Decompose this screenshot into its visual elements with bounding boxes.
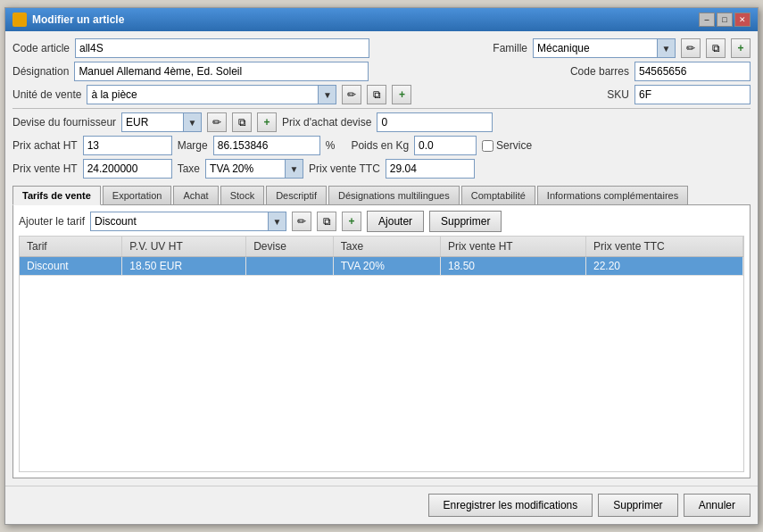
marge-label: Marge: [178, 139, 208, 152]
window-title: Modifier un article: [32, 13, 124, 26]
code-article-input[interactable]: [75, 38, 369, 58]
devise-label: Devise du fournisseur: [12, 116, 116, 129]
devise-select-container: EUR ▼: [121, 112, 202, 132]
code-barres-label: Code barres: [570, 65, 629, 78]
table-body: Discount 18.50 EUR TVA 20% 18.50 22.20: [20, 257, 743, 276]
famille-select[interactable]: Mécanique: [534, 39, 657, 57]
famille-add-icon[interactable]: +: [731, 38, 751, 58]
col-tarif: Tarif: [20, 237, 122, 257]
devise-add-icon[interactable]: +: [257, 112, 277, 132]
service-checkbox[interactable]: [482, 140, 493, 152]
prix-vente-ht-label: Prix vente HT: [12, 162, 78, 175]
footer: Enregistrer les modifications Supprimer …: [5, 486, 758, 524]
close-button[interactable]: ✕: [734, 12, 751, 27]
tab-comptabilite[interactable]: Comptabilité: [461, 186, 535, 204]
minimize-button[interactable]: –: [699, 12, 715, 27]
row-prix-achat: Prix achat HT Marge % Poids en Kg Servic…: [12, 136, 751, 155]
unite-add-icon[interactable]: +: [392, 85, 411, 104]
tab-achat[interactable]: Achat: [173, 186, 218, 204]
prix-achat-ht-input[interactable]: [83, 136, 172, 155]
tab-exportation[interactable]: Exportation: [103, 186, 172, 204]
taxe-select[interactable]: TVA 20%: [206, 160, 285, 178]
marge-input[interactable]: [213, 136, 320, 155]
prix-vente-ht-input[interactable]: [83, 159, 172, 179]
delete-button[interactable]: Supprimer: [598, 494, 677, 517]
table-row[interactable]: Discount 18.50 EUR TVA 20% 18.50 22.20: [20, 257, 743, 276]
unite-vente-select-container: à la pièce ▼: [87, 85, 336, 104]
taxe-arrow: ▼: [285, 160, 303, 178]
prix-achat-devise-label: Prix d'achat devise: [282, 116, 371, 129]
save-button[interactable]: Enregistrer les modifications: [428, 494, 593, 517]
poids-label: Poids en Kg: [351, 139, 409, 152]
famille-edit-icon[interactable]: ✏: [681, 38, 701, 58]
devise-select[interactable]: EUR: [122, 113, 183, 131]
titlebar-controls: – □ ✕: [699, 12, 751, 27]
cell-prix-vente-ht: 18.50: [440, 257, 585, 276]
taxe-label: Taxe: [178, 162, 200, 175]
code-barres-input[interactable]: [634, 62, 751, 81]
titlebar-title: Modifier un article: [12, 12, 124, 27]
service-label: Service: [496, 139, 532, 152]
famille-select-container: Mécanique ▼: [533, 38, 676, 58]
col-devise: Devise: [246, 237, 334, 257]
poids-input[interactable]: [414, 136, 477, 155]
famille-label: Famille: [493, 42, 527, 54]
designation-label: Désignation: [12, 65, 69, 78]
row-prix-vente: Prix vente HT Taxe TVA 20% ▼ Prix vente …: [12, 159, 751, 179]
prix-vente-ttc-input[interactable]: [386, 159, 475, 179]
prix-achat-ht-label: Prix achat HT: [12, 139, 78, 152]
unite-edit-icon[interactable]: ✏: [342, 85, 361, 104]
cancel-button[interactable]: Annuler: [684, 494, 751, 517]
titlebar: Modifier un article – □ ✕: [5, 8, 758, 31]
unite-vente-arrow: ▼: [318, 86, 336, 104]
tab-stock[interactable]: Stock: [220, 186, 265, 204]
tab-descriptif[interactable]: Descriptif: [266, 186, 327, 204]
col-taxe: Taxe: [333, 237, 440, 257]
designation-input[interactable]: [74, 62, 369, 81]
tabs-header: Tarifs de vente Exportation Achat Stock …: [12, 186, 751, 205]
cell-pv-uv-ht: 18.50 EUR: [122, 257, 246, 276]
tarif-toolbar: Ajouter le tarif Discount ▼ ✏ ⧉ + Ajoute…: [19, 211, 744, 232]
maximize-button[interactable]: □: [717, 12, 733, 27]
tab-tarifs[interactable]: Tarifs de vente: [12, 186, 101, 205]
tabs-container: Tarifs de vente Exportation Achat Stock …: [12, 186, 751, 478]
app-icon: [12, 12, 27, 27]
cell-tarif: Discount: [20, 257, 122, 276]
prix-vente-ttc-label: Prix vente TTC: [309, 162, 380, 175]
tarif-table-container: Tarif P.V. UV HT Devise Taxe Prix vente …: [19, 236, 744, 472]
col-prix-vente-ht: Prix vente HT: [440, 237, 585, 257]
prix-achat-devise-input[interactable]: [377, 112, 493, 132]
row-unite: Unité de vente à la pièce ▼ ✏ ⧉ + SKU: [12, 85, 751, 104]
tarif-copy-icon[interactable]: ⧉: [317, 212, 336, 231]
cell-taxe: TVA 20%: [333, 257, 440, 276]
tarif-select-container: Discount ▼: [90, 212, 286, 231]
tab-designations[interactable]: Désignations multilingues: [328, 186, 460, 204]
row-designation: Désignation Code barres: [12, 62, 751, 81]
col-pv-uv-ht: P.V. UV HT: [122, 237, 246, 257]
tarif-select[interactable]: Discount: [91, 212, 268, 230]
col-prix-vente-ttc: Prix vente TTC: [585, 237, 742, 257]
devise-arrow: ▼: [183, 113, 201, 131]
tarif-add-icon[interactable]: +: [342, 212, 361, 231]
tab-content-tarifs: Ajouter le tarif Discount ▼ ✏ ⧉ + Ajoute…: [12, 205, 751, 478]
table-header: Tarif P.V. UV HT Devise Taxe Prix vente …: [20, 237, 743, 257]
row-code-famille: Code article Famille Mécanique ▼ ✏ ⧉ +: [12, 38, 751, 58]
unite-vente-select[interactable]: à la pièce: [87, 86, 318, 104]
taxe-select-container: TVA 20% ▼: [205, 159, 303, 179]
tarif-table: Tarif P.V. UV HT Devise Taxe Prix vente …: [20, 237, 743, 276]
code-article-label: Code article: [12, 42, 70, 54]
famille-copy-icon[interactable]: ⧉: [706, 38, 726, 58]
ajouter-button[interactable]: Ajouter: [367, 211, 424, 232]
form-content: Code article Famille Mécanique ▼ ✏ ⧉ + D…: [5, 31, 758, 486]
sku-input[interactable]: [634, 85, 751, 104]
devise-edit-icon[interactable]: ✏: [207, 112, 227, 132]
sku-label: SKU: [607, 88, 629, 101]
devise-copy-icon[interactable]: ⧉: [232, 112, 252, 132]
tab-informations[interactable]: Informations complémentaires: [537, 186, 688, 204]
unite-vente-label: Unité de vente: [12, 88, 81, 101]
tarif-select-arrow: ▼: [268, 212, 286, 230]
supprimer-tarif-button[interactable]: Supprimer: [429, 211, 502, 232]
unite-copy-icon[interactable]: ⧉: [367, 85, 386, 104]
tarif-edit-icon[interactable]: ✏: [292, 212, 311, 231]
ajouter-tarif-label: Ajouter le tarif: [19, 215, 85, 228]
